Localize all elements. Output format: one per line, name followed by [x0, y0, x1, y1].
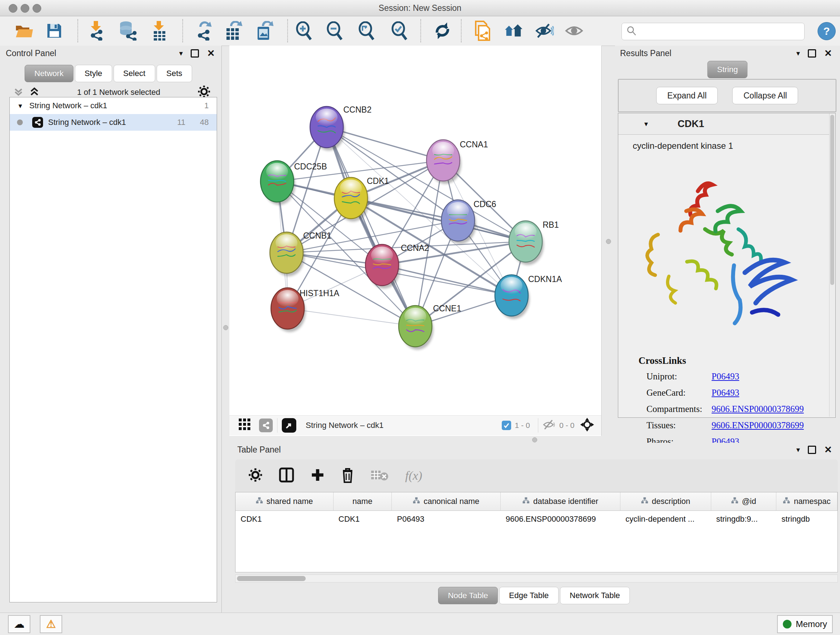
crosslink-link[interactable]: P06493 — [712, 388, 739, 398]
panel-close-icon[interactable]: ✕ — [824, 49, 832, 58]
show-columns-icon[interactable] — [279, 467, 294, 485]
protein-node-RB1[interactable]: RB1 — [509, 220, 559, 265]
selected-nodes-checkbox-icon[interactable] — [502, 421, 511, 430]
protein-node-CCNA2[interactable]: CCNA2 — [365, 243, 429, 288]
protein-node-CDK1[interactable]: CDK1 — [334, 176, 389, 222]
table-cell[interactable]: P06493 — [392, 515, 500, 524]
network-collection-row[interactable]: ▾ String Network – cdk1 1 — [10, 97, 217, 114]
protein-node-CCNA1[interactable]: CCNA1 — [426, 140, 488, 184]
panel-collapse-icon[interactable]: ▾ — [179, 50, 183, 57]
scrollbar-thumb[interactable] — [830, 115, 834, 285]
tab-network[interactable]: Network — [25, 65, 73, 82]
crosslink-link[interactable]: 9606.ENSP00000378699 — [712, 404, 804, 414]
string-home-icon[interactable] — [504, 21, 523, 40]
collection-expander-icon[interactable]: ▾ — [19, 102, 22, 109]
column-header-description[interactable]: description — [621, 492, 711, 510]
export-network-icon[interactable] — [195, 21, 214, 40]
panel-close-icon[interactable]: ✕ — [207, 49, 215, 58]
splitter-handle[interactable] — [606, 239, 611, 244]
table-cell[interactable]: 9606.ENSP00000378699 — [501, 515, 621, 524]
protein-node-CCNE1[interactable]: CCNE1 — [399, 304, 461, 350]
protein-header-row[interactable]: ▾ CDK1 — [618, 113, 835, 135]
zoom-fit-icon[interactable] — [357, 21, 376, 40]
panel-float-icon[interactable] — [191, 49, 199, 57]
refresh-layout-icon[interactable] — [433, 21, 452, 40]
open-session-icon[interactable] — [14, 21, 33, 40]
tab-node-table[interactable]: Node Table — [438, 587, 498, 604]
export-image-icon[interactable] — [255, 21, 274, 40]
splitter-handle[interactable] — [223, 325, 228, 330]
protein-expander-icon[interactable]: ▾ — [644, 120, 648, 127]
expand-all-button[interactable]: Expand All — [656, 87, 718, 104]
table-cell[interactable]: stringdb — [776, 515, 837, 524]
table-cell[interactable]: cyclin-dependent ... — [621, 515, 711, 524]
crosslink-link[interactable]: 9606.ENSP00000378699 — [712, 420, 804, 431]
table-options-gear-icon[interactable] — [248, 468, 263, 484]
network-edge[interactable] — [287, 309, 415, 326]
birds-eye-crosshair-icon[interactable] — [580, 418, 594, 433]
table-cell[interactable]: stringdb:9... — [711, 515, 777, 524]
warnings-button[interactable]: ⚠ — [40, 615, 62, 633]
tab-select[interactable]: Select — [114, 65, 155, 82]
table-horizontal-scrollbar[interactable] — [235, 575, 838, 583]
import-network-file-icon[interactable] — [86, 21, 105, 40]
table-row[interactable]: CDK1CDK1P064939606.ENSP00000378699cyclin… — [235, 511, 837, 527]
splitter-handle[interactable] — [532, 437, 537, 442]
network-edge[interactable] — [351, 198, 526, 241]
protein-node-CDKN1A[interactable]: CDKN1A — [495, 274, 562, 319]
protein-node-CCNB1[interactable]: CCNB1 — [270, 231, 332, 276]
panel-collapse-icon[interactable]: ▾ — [796, 446, 800, 453]
delete-column-icon[interactable] — [341, 467, 355, 485]
search-field[interactable] — [622, 23, 805, 40]
node-table[interactable]: shared namenamecanonical namedatabase id… — [235, 492, 838, 572]
network-edge[interactable] — [382, 265, 512, 295]
hide-glass-eye-icon[interactable] — [535, 21, 554, 40]
tab-network-table[interactable]: Network Table — [560, 587, 630, 604]
network-row-selected[interactable]: String Network – cdk1 11 48 — [10, 114, 217, 131]
results-scrollbar[interactable] — [829, 113, 835, 417]
string-protein-query-icon[interactable] — [473, 21, 492, 40]
protein-node-HIST1H1A[interactable]: HIST1H1A — [271, 288, 340, 332]
panel-float-icon[interactable] — [808, 49, 816, 57]
table-cell[interactable]: CDK1 — [333, 515, 392, 524]
panel-collapse-icon[interactable]: ▾ — [796, 50, 800, 57]
crosslink-link[interactable]: P06493 — [712, 371, 739, 382]
column-header-namespac[interactable]: namespac — [776, 492, 837, 510]
show-glass-eye-icon[interactable] — [565, 21, 584, 40]
column-header-database-identifier[interactable]: database identifier — [501, 492, 621, 510]
search-input[interactable] — [637, 24, 804, 39]
expand-all-networks-icon[interactable] — [29, 86, 40, 98]
panel-float-icon[interactable] — [808, 446, 816, 454]
tab-style[interactable]: Style — [75, 65, 112, 82]
zoom-out-icon[interactable] — [325, 21, 344, 40]
tab-sets[interactable]: Sets — [156, 65, 192, 82]
column-header-shared-name[interactable]: shared name — [235, 492, 333, 510]
network-share-view-icon[interactable] — [259, 418, 273, 432]
tab-edge-table[interactable]: Edge Table — [499, 587, 559, 604]
export-table-icon[interactable] — [224, 21, 243, 40]
column-header-name[interactable]: name — [333, 492, 392, 510]
network-view-canvas[interactable]: CCNB2CCNA1CDC25BCDK1CDC6RB1CCNB1CCNA2CDK… — [229, 46, 602, 436]
help-button[interactable]: ? — [818, 22, 836, 40]
column-header-@id[interactable]: @id — [711, 492, 777, 510]
detach-view-icon[interactable] — [282, 418, 296, 432]
string-network-graph[interactable]: CCNB2CCNA1CDC25BCDK1CDC6RB1CCNB1CCNA2CDK… — [229, 46, 601, 436]
zoom-selected-icon[interactable] — [390, 21, 409, 40]
collapse-all-networks-icon[interactable] — [13, 86, 24, 98]
collapse-all-button[interactable]: Collapse All — [732, 87, 798, 104]
save-session-icon[interactable] — [45, 21, 64, 40]
memory-button[interactable]: Memory — [777, 615, 833, 633]
import-table-file-icon[interactable] — [150, 21, 169, 40]
scrollbar-thumb[interactable] — [237, 576, 306, 581]
network-edge[interactable] — [327, 127, 415, 326]
protein-node-CDC6[interactable]: CDC6 — [441, 200, 496, 244]
create-column-icon[interactable] — [310, 468, 325, 484]
column-header-canonical-name[interactable]: canonical name — [392, 492, 500, 510]
cloud-status-button[interactable]: ☁ — [8, 615, 30, 633]
zoom-in-icon[interactable] — [294, 21, 313, 40]
protein-node-CCNB2[interactable]: CCNB2 — [310, 105, 371, 150]
panel-close-icon[interactable]: ✕ — [824, 445, 832, 454]
tab-string[interactable]: String — [707, 61, 747, 78]
table-cell[interactable]: CDK1 — [235, 515, 333, 524]
grid-view-icon[interactable] — [239, 418, 251, 432]
